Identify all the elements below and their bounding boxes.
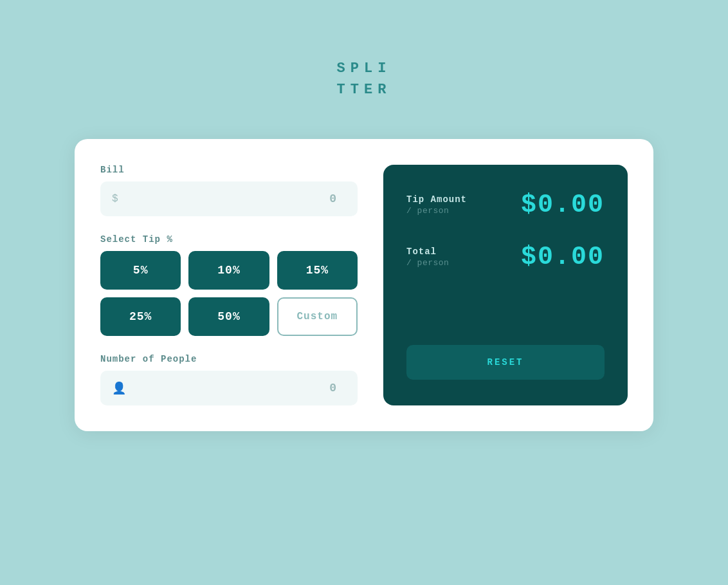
total-label-group: Total / person — [406, 246, 449, 268]
person-icon: 👤 — [112, 381, 126, 395]
title-line2: TTER — [337, 79, 392, 100]
left-panel: Bill $ Select Tip % 5% 10% 15% 25% 50% C… — [100, 165, 358, 405]
people-input-wrapper: 👤 — [100, 371, 358, 405]
tip-btn-15[interactable]: 15% — [277, 251, 358, 290]
tip-amount-value: $0.00 — [521, 190, 605, 219]
bill-label: Bill — [100, 165, 358, 175]
tip-btn-25[interactable]: 25% — [100, 297, 181, 336]
people-field-group: Number of People 👤 — [100, 354, 358, 405]
right-panel: Tip Amount / person $0.00 Total / person… — [383, 165, 628, 405]
main-card: Bill $ Select Tip % 5% 10% 15% 25% 50% C… — [75, 139, 653, 431]
tip-btn-10[interactable]: 10% — [188, 251, 269, 290]
people-label: Number of People — [100, 354, 358, 364]
tip-amount-label-group: Tip Amount / person — [406, 194, 467, 216]
tip-amount-row: Tip Amount / person $0.00 — [406, 190, 605, 219]
result-section: Tip Amount / person $0.00 Total / person… — [406, 190, 605, 326]
bill-field-group: Bill $ — [100, 165, 358, 216]
total-row: Total / person $0.00 — [406, 243, 605, 272]
tip-buttons-grid: 5% 10% 15% 25% 50% Custom — [100, 251, 358, 336]
total-sub: / person — [406, 258, 449, 268]
reset-button[interactable]: RESET — [406, 345, 605, 380]
app-title: SPLI TTER — [337, 58, 392, 100]
people-input[interactable] — [132, 382, 346, 395]
tip-btn-custom[interactable]: Custom — [277, 297, 358, 336]
tip-label: Select Tip % — [100, 234, 358, 245]
bill-input[interactable] — [125, 192, 346, 205]
bill-input-wrapper: $ — [100, 181, 358, 216]
tip-amount-label: Tip Amount — [406, 194, 467, 205]
tip-btn-50[interactable]: 50% — [188, 297, 269, 336]
dollar-icon: $ — [112, 193, 118, 205]
total-value: $0.00 — [521, 243, 605, 272]
tip-btn-5[interactable]: 5% — [100, 251, 181, 290]
total-label: Total — [406, 246, 449, 257]
tip-selection-group: Select Tip % 5% 10% 15% 25% 50% Custom — [100, 234, 358, 336]
tip-amount-sub: / person — [406, 206, 467, 216]
title-line1: SPLI — [337, 58, 392, 79]
